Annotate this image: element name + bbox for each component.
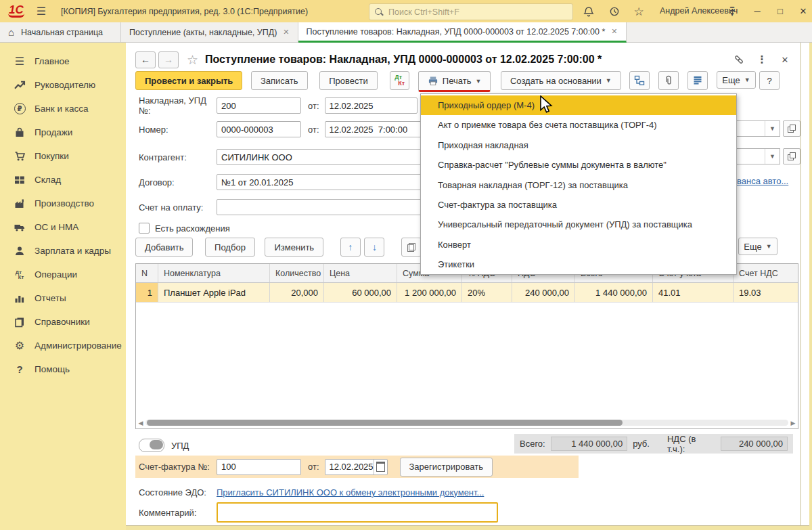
settlements-link-fragment[interactable]: ванса авто...	[737, 176, 801, 186]
move-down-button[interactable]: ↓	[364, 238, 384, 257]
move-up-button[interactable]: ↑	[340, 238, 361, 257]
sidebar-item-zarplata-kadry[interactable]: Зарплата и кадры	[0, 239, 126, 263]
sidebar-item-pomosch[interactable]: ? Помощь	[0, 357, 126, 381]
maximize-button[interactable]: □	[773, 5, 788, 18]
invoice-number-input[interactable]: 100	[217, 459, 301, 475]
counterparty-input[interactable]: СИТИЛИНК ООО	[217, 149, 440, 165]
dropdown-arrow-icon[interactable]: ▼	[765, 149, 780, 164]
dtkt-postings-button[interactable]: ДтКт	[390, 71, 409, 90]
sidebar-item-spravochniki[interactable]: Справочники	[0, 310, 126, 334]
sidebar-item-operacii[interactable]: ДтКт Операции	[0, 263, 126, 286]
doc-number-input[interactable]: 0000-000003	[217, 121, 301, 137]
notifications-bell-icon[interactable]	[582, 5, 595, 18]
cell-account[interactable]: 41.01	[653, 283, 734, 302]
scroll-left-icon[interactable]: ◀	[136, 420, 145, 426]
sidebar-item-bank-kassa[interactable]: ₽ Банк и касса	[0, 97, 126, 120]
doc-date-input[interactable]: 12.02.2025 7:00:00	[325, 121, 434, 137]
invoice-date-input[interactable]: 12.02.2025	[325, 97, 418, 114]
more-button[interactable]: Еще▼	[717, 71, 756, 89]
attachments-button[interactable]	[658, 71, 679, 90]
col-header-nomenclature[interactable]: Номенклатура	[158, 264, 270, 282]
menu-item-konvert[interactable]: Конверт	[421, 235, 736, 255]
main-menu-icon[interactable]: ☰	[37, 5, 46, 18]
post-button[interactable]: Провести	[319, 71, 378, 90]
col-header-quantity[interactable]: Количество	[270, 264, 324, 282]
copy-row-button[interactable]	[401, 238, 422, 257]
menu-item-upd[interactable]: Универсальный передаточный документ (УПД…	[421, 215, 736, 234]
menu-item-torg12[interactable]: Товарная накладная (ТОРГ-12) за поставщи…	[421, 175, 736, 195]
invoice-no-input[interactable]: 200	[217, 97, 301, 114]
cell-vat-rate[interactable]: 20%	[462, 283, 512, 302]
favorites-star-icon[interactable]: ☆	[632, 5, 646, 18]
cell-quantity[interactable]: 20,000	[270, 283, 324, 302]
calendar-button[interactable]	[374, 460, 387, 474]
sidebar-item-glavnoe[interactable]: Главное	[0, 49, 126, 73]
write-button[interactable]: Записать	[251, 71, 308, 90]
tab-receipts-list[interactable]: Поступление (акты, накладные, УПД) ✕	[121, 22, 298, 42]
minimize-button[interactable]: ─	[750, 5, 765, 18]
organization-input[interactable]: ▼	[737, 120, 780, 137]
cell-vat[interactable]: 240 000,00	[512, 283, 575, 302]
discrepancy-checkbox[interactable]	[139, 223, 150, 234]
search-input[interactable]	[387, 7, 572, 18]
global-search[interactable]	[369, 3, 573, 20]
horizontal-scrollbar[interactable]: ◀ ▶	[136, 417, 798, 428]
sidebar-item-pokupki[interactable]: Покупки	[0, 144, 126, 168]
open-button[interactable]	[783, 148, 800, 164]
menu-item-prihodny-order[interactable]: Приходный ордер (М-4)	[421, 95, 736, 115]
sidebar-item-otchety[interactable]: Отчеты	[0, 286, 126, 310]
cell-total[interactable]: 1 440 000,00	[575, 283, 653, 302]
scrollbar-track[interactable]	[145, 420, 788, 426]
sidebar-item-proizvodstvo[interactable]: Производство	[0, 192, 126, 215]
menu-item-schet-faktura[interactable]: Счет-фактура за поставщика	[421, 195, 736, 215]
invoice-date-input[interactable]: 12.02.2025	[325, 459, 388, 475]
sidebar-item-prodazhi[interactable]: Продажи	[0, 120, 126, 144]
tab-receipt-document[interactable]: Поступление товаров: Накладная, УПД 0000…	[298, 22, 627, 43]
upd-toggle[interactable]	[139, 439, 164, 452]
col-header-n[interactable]: N	[136, 264, 158, 282]
menu-item-spravka-raschet[interactable]: Справка-расчет "Рублевые суммы документа…	[421, 155, 736, 175]
favorite-star-icon[interactable]	[187, 52, 198, 68]
nav-forward-button[interactable]: →	[158, 51, 179, 68]
sidebar-item-administrirovanie[interactable]: Администрирование	[0, 334, 126, 357]
more-commands-icon[interactable]	[754, 51, 770, 68]
create-based-on-button[interactable]: Создать на основании▼	[501, 71, 621, 90]
cell-price[interactable]: 60 000,00	[324, 283, 397, 302]
register-invoice-button[interactable]: Зарегистрировать	[400, 458, 493, 477]
open-button[interactable]	[783, 120, 800, 137]
comment-input[interactable]	[217, 502, 498, 523]
items-more-button[interactable]: Еще▼	[738, 238, 777, 255]
menu-item-etiketki[interactable]: Этикетки	[421, 255, 736, 274]
cell-sum[interactable]: 1 200 000,00	[397, 283, 462, 302]
add-row-button[interactable]: Добавить	[135, 238, 193, 257]
sidebar-item-rukovoditelyu[interactable]: Руководителю	[0, 73, 126, 97]
dropdown-arrow-icon[interactable]: ▼	[765, 121, 780, 136]
menu-item-prihodnaya-nakladnaya[interactable]: Приходная накладная	[421, 135, 736, 155]
sidebar-item-sklad[interactable]: Склад	[0, 168, 126, 192]
service-menu-icon[interactable]: ━━▾	[726, 5, 738, 16]
reports-button[interactable]	[687, 71, 708, 90]
nav-back-button[interactable]: ←	[135, 51, 156, 68]
sidebar-item-os-nma[interactable]: ОС и НМА	[0, 215, 126, 239]
post-and-close-button[interactable]: Провести и закрыть	[135, 71, 242, 90]
pick-button[interactable]: Подбор	[205, 238, 255, 257]
scrollbar-thumb[interactable]	[147, 420, 623, 426]
related-documents-button[interactable]	[629, 71, 650, 90]
menu-item-torg4[interactable]: Акт о приемке товара без счета поставщик…	[421, 115, 736, 135]
close-document-icon[interactable]	[777, 51, 793, 68]
history-icon[interactable]	[608, 5, 621, 18]
get-link-icon[interactable]	[731, 51, 747, 68]
col-header-vat-account[interactable]: Счет НДС	[734, 264, 798, 282]
edit-row-button[interactable]: Изменить	[265, 238, 323, 257]
tab-home[interactable]: Начальная страница	[0, 22, 121, 42]
payment-invoice-input[interactable]	[217, 199, 440, 215]
cell-vat-account[interactable]: 19.03	[734, 283, 798, 302]
help-button[interactable]: ?	[759, 71, 780, 90]
print-menu-button[interactable]: Печать▼	[418, 71, 491, 92]
warehouse-input[interactable]: ▼	[737, 148, 780, 164]
contract-input[interactable]: №1 от 20.01.2025	[217, 174, 440, 190]
scroll-right-icon[interactable]: ▶	[788, 420, 798, 426]
cell-nomenclature[interactable]: Планшет Apple iPad	[158, 283, 270, 302]
col-header-price[interactable]: Цена	[324, 264, 397, 282]
tab-close-icon[interactable]: ✕	[611, 27, 617, 36]
